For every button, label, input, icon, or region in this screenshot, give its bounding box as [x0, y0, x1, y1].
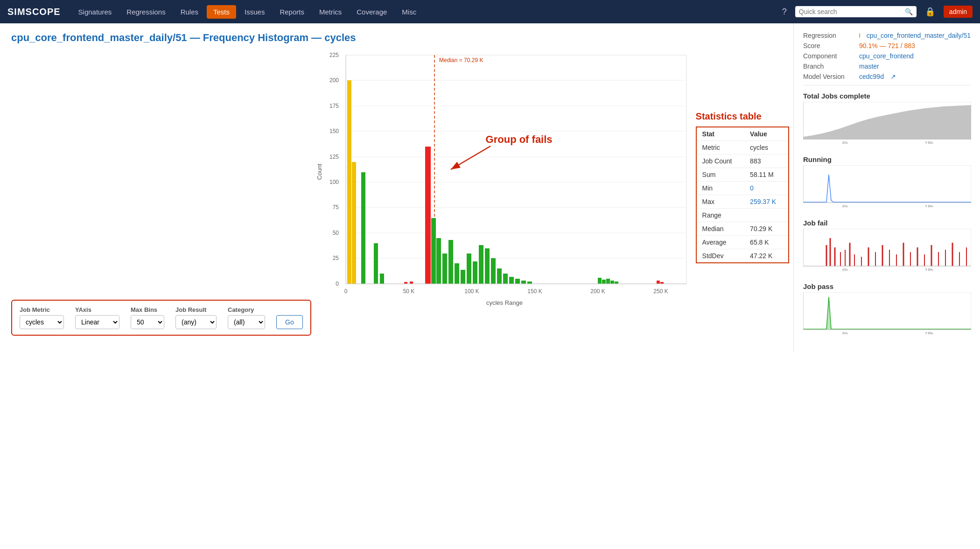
running-section: Running 6h 18h 100 0: [803, 155, 971, 209]
svg-text:0: 0: [336, 281, 339, 287]
svg-text:225: 225: [329, 52, 339, 58]
val-metric: cycles: [744, 141, 788, 155]
search-input[interactable]: [799, 8, 905, 15]
model-version-row: Model Version cedc99d ↗: [803, 73, 971, 80]
table-row: Job Count 883: [696, 155, 789, 168]
svg-text:100 K: 100 K: [464, 288, 479, 295]
search-box: 🔍: [795, 6, 917, 17]
regression-row: Regression cpu_core_frontend_master_dail…: [803, 32, 971, 39]
svg-rect-59: [615, 282, 618, 284]
branch-label: Branch: [803, 63, 854, 70]
svg-rect-33: [361, 172, 365, 284]
svg-rect-57: [606, 279, 610, 284]
y-axis-group: YAxis Linear: [75, 306, 119, 329]
svg-text:125: 125: [329, 154, 339, 160]
svg-rect-37: [425, 253, 431, 284]
total-jobs-label: Total Jobs complete: [803, 92, 971, 100]
running-chart-wrap: 6h 18h 100 0: [803, 165, 971, 209]
svg-rect-49: [497, 268, 502, 284]
nav-reports[interactable]: Reports: [273, 5, 311, 19]
component-label: Component: [803, 52, 854, 60]
max-bins-label: Max Bins: [131, 306, 164, 313]
svg-text:18h: 18h: [925, 267, 933, 271]
stat-range: Range: [696, 209, 745, 222]
stat-stddev: StdDev: [696, 249, 745, 263]
svg-text:18h: 18h: [925, 141, 933, 144]
svg-rect-47: [485, 248, 490, 284]
page-title: cpu_core_frontend_master_daily/51 — Freq…: [11, 32, 782, 44]
job-metric-select[interactable]: cycles: [20, 315, 64, 329]
y-axis-select[interactable]: Linear: [75, 315, 119, 329]
histogram-chart: 0 25 50 75 100 125 150 175 200 225: [313, 50, 700, 312]
model-version-value[interactable]: cedc99d: [859, 73, 884, 80]
stat-min: Min: [696, 182, 745, 195]
job-metric-group: Job Metric cycles: [20, 306, 64, 329]
svg-rect-53: [521, 281, 526, 284]
svg-rect-42: [455, 263, 459, 284]
svg-rect-38: [431, 218, 436, 284]
val-median: 70.29 K: [744, 222, 788, 236]
svg-text:0: 0: [344, 288, 347, 295]
nav-metrics[interactable]: Metrics: [313, 5, 348, 19]
nav-signatures[interactable]: Signatures: [72, 5, 119, 19]
svg-text:200 K: 200 K: [590, 288, 605, 295]
main-layout: cpu_core_frontend_master_daily/51 — Freq…: [0, 23, 980, 352]
job-pass-chart: 6h 18h 50 0: [803, 292, 971, 334]
table-row: StdDev 47.22 K: [696, 249, 789, 263]
admin-badge[interactable]: admin: [944, 6, 973, 18]
category-label: Category: [228, 306, 265, 313]
help-icon[interactable]: ?: [778, 5, 791, 19]
max-bins-select[interactable]: 50: [131, 315, 164, 329]
val-stddev: 47.22 K: [744, 249, 788, 263]
stat-col-header: Stat: [696, 127, 745, 141]
svg-rect-50: [503, 274, 508, 284]
right-panel: Regression cpu_core_frontend_master_dail…: [793, 23, 980, 352]
svg-text:cycles Range: cycles Range: [486, 299, 523, 306]
job-fail-chart-wrap: 6h 18h 2 0: [803, 229, 971, 272]
table-row: Average 65.8 K: [696, 236, 789, 249]
go-button[interactable]: Go: [276, 315, 303, 329]
brand-logo: SIMSCOPE: [7, 7, 61, 17]
nav-issues[interactable]: Issues: [238, 5, 271, 19]
svg-rect-62: [404, 282, 407, 284]
val-range: [744, 209, 788, 222]
running-label: Running: [803, 155, 971, 163]
svg-rect-32: [352, 162, 356, 284]
svg-rect-52: [515, 279, 520, 284]
svg-rect-35: [380, 274, 384, 284]
branch-value[interactable]: master: [859, 63, 879, 70]
value-col-header: Value: [744, 127, 788, 141]
table-row: Metric cycles: [696, 141, 789, 155]
svg-rect-46: [479, 245, 483, 284]
svg-text:Count: Count: [316, 163, 323, 180]
val-average: 65.8 K: [744, 236, 788, 249]
regression-value[interactable]: cpu_core_frontend_master_daily/51: [867, 32, 971, 39]
nav-regressions[interactable]: Regressions: [120, 5, 172, 19]
nav-coverage[interactable]: Coverage: [350, 5, 393, 19]
left-panel: cpu_core_frontend_master_daily/51 — Freq…: [0, 23, 793, 352]
svg-rect-41: [448, 240, 453, 284]
category-select[interactable]: (all): [228, 315, 265, 329]
job-pass-section: Job pass 6h 18h 50 0: [803, 282, 971, 336]
running-chart: 6h 18h 100 0: [803, 165, 971, 207]
search-button[interactable]: 🔍: [905, 8, 913, 15]
nav-misc[interactable]: Misc: [395, 5, 423, 19]
svg-text:18h: 18h: [925, 204, 933, 207]
val-max: 259.37 K: [744, 195, 788, 209]
component-value[interactable]: cpu_core_frontend: [859, 52, 914, 60]
nav-tests[interactable]: Tests: [207, 5, 236, 19]
svg-text:200: 200: [329, 77, 339, 84]
lock-icon[interactable]: 🔒: [921, 5, 939, 19]
total-jobs-chart: 6h 18h 1k 0: [803, 102, 971, 144]
category-group: Category (all): [228, 306, 265, 329]
svg-text:75: 75: [332, 204, 339, 211]
total-jobs-section: Total Jobs complete 6h 18h 1k 0: [803, 92, 971, 145]
max-bins-group: Max Bins 50: [131, 306, 164, 329]
model-version-link-icon[interactable]: ↗: [890, 73, 896, 80]
stat-average: Average: [696, 236, 745, 249]
stat-jobcount: Job Count: [696, 155, 745, 168]
job-result-select[interactable]: (any): [175, 315, 217, 329]
table-row: Sum 58.11 M: [696, 168, 789, 182]
svg-rect-45: [473, 261, 477, 284]
nav-rules[interactable]: Rules: [174, 5, 205, 19]
